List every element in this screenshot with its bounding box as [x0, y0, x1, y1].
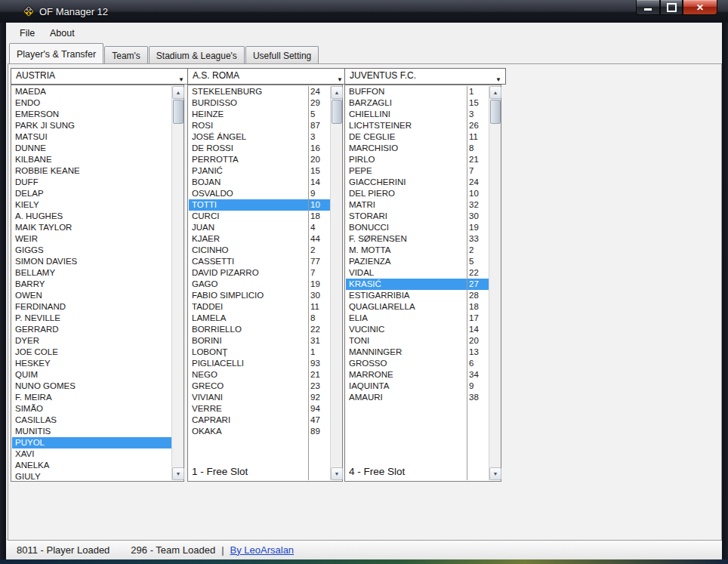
title-bar[interactable]: OF Manager 12 ✕: [0, 0, 728, 23]
player-row[interactable]: OWEN: [12, 290, 171, 301]
country-player-list[interactable]: MAEDAENDOEMERSONPARK JI SUNGMATSUIDUNNEK…: [11, 85, 184, 482]
country-select[interactable]: AUSTRIA ▼: [11, 68, 189, 85]
scroll-thumb[interactable]: [332, 100, 342, 124]
player-name: BONUCCI: [349, 223, 389, 232]
menu-about[interactable]: About: [45, 26, 79, 40]
player-number: 24: [464, 177, 487, 188]
player-row[interactable]: WEIR: [12, 233, 171, 245]
player-name: ELIA: [349, 313, 368, 322]
player-row[interactable]: XAVI: [12, 448, 171, 460]
player-number: 9: [306, 188, 329, 199]
number-column-divider: [467, 86, 467, 480]
player-name: DEL PIERO: [349, 189, 395, 198]
player-row[interactable]: BARRY: [12, 279, 171, 290]
team2-player-list[interactable]: BUFFON1BARZAGLI15CHIELLINI3LICHTSTEINER2…: [344, 85, 501, 482]
player-name: ANELKA: [15, 461, 49, 470]
team2-select-value: JUVENTUS F.C.: [350, 70, 416, 81]
player-name: NEGO: [192, 370, 217, 379]
minimize-button[interactable]: [636, 0, 660, 15]
team1-player-list[interactable]: STEKELENBURG24BURDISSO29HEINZE5ROSI87JOS…: [187, 85, 343, 482]
scroll-thumb[interactable]: [173, 100, 184, 124]
player-name: IAQUINTA: [349, 381, 389, 390]
player-row[interactable]: SIMÃO: [12, 403, 171, 415]
tab-teams[interactable]: Team's: [104, 46, 148, 63]
scroll-down-icon[interactable]: ▼: [172, 467, 184, 480]
player-row[interactable]: HESKEY: [12, 358, 171, 369]
player-row[interactable]: DUNNE: [12, 143, 171, 154]
player-number: 33: [464, 233, 487, 245]
player-name: KIELY: [15, 200, 39, 209]
tab-stadium-leagues[interactable]: Stadium & League's: [149, 46, 245, 63]
player-number: 3: [464, 109, 487, 120]
player-number: 93: [306, 358, 329, 369]
player-row[interactable]: KIELY: [12, 199, 171, 211]
menu-file[interactable]: File: [15, 26, 39, 40]
player-name: STEKELENBURG: [192, 87, 262, 96]
team2-select[interactable]: JUVENTUS F.C. ▼: [344, 68, 506, 85]
player-row[interactable]: BELLAMY: [12, 267, 171, 279]
credit-link[interactable]: By LeoArsalan: [230, 544, 295, 556]
player-number: 13: [464, 347, 487, 358]
player-row[interactable]: MATSUI: [12, 131, 171, 143]
tab-players-transfer[interactable]: Player's & Transfer: [9, 43, 103, 63]
tab-usefull-setting[interactable]: Usefull Setting: [245, 46, 319, 63]
player-row[interactable]: CASILLAS: [12, 415, 171, 426]
player-row[interactable]: GIGGS: [12, 245, 171, 256]
player-row[interactable]: GIULY: [12, 471, 171, 480]
player-name: ROBBIE KEANE: [15, 166, 80, 175]
country-list-scrollbar[interactable]: ▲ ▼: [171, 86, 184, 480]
player-number: 8: [306, 313, 329, 324]
close-button[interactable]: ✕: [683, 0, 717, 15]
player-row[interactable]: SIMON DAVIES: [12, 256, 171, 267]
player-row[interactable]: P. NEVILLE: [12, 313, 171, 324]
player-name: BARZAGLI: [349, 98, 392, 107]
player-name: DE ROSSI: [192, 143, 233, 153]
player-row[interactable]: DYER: [12, 335, 171, 347]
player-name: EMERSON: [15, 109, 59, 119]
player-row[interactable]: JOE COLE: [12, 347, 171, 358]
player-row[interactable]: MUNITIS: [12, 426, 171, 437]
team2-list-scrollbar[interactable]: ▲ ▼: [489, 86, 501, 480]
player-row[interactable]: ANELKA: [12, 460, 171, 471]
scroll-down-icon[interactable]: ▼: [489, 467, 501, 480]
player-row[interactable]: KILBANE: [12, 154, 171, 165]
scroll-up-icon[interactable]: ▲: [172, 86, 184, 99]
player-row[interactable]: ROBBIE KEANE: [12, 165, 171, 177]
client-area: File About Player's & Transfer Team's St…: [6, 23, 722, 559]
player-name: KILBANE: [15, 155, 52, 164]
player-name: A. HUGHES: [15, 211, 63, 220]
maximize-button[interactable]: [660, 0, 683, 15]
team1-list-scrollbar[interactable]: ▲ ▼: [330, 86, 342, 480]
minimize-icon: [644, 8, 652, 11]
player-name: JOSÉ ÁNGEL: [192, 132, 246, 141]
player-name: VERRE: [192, 404, 222, 413]
player-row[interactable]: PARK JI SUNG: [12, 120, 171, 131]
scroll-up-icon[interactable]: ▲: [331, 86, 343, 99]
scroll-thumb[interactable]: [490, 100, 501, 124]
player-row[interactable]: DELAP: [12, 188, 171, 199]
player-number: 14: [306, 177, 329, 188]
player-row[interactable]: QUIM: [12, 369, 171, 381]
player-row[interactable]: MAEDA: [12, 86, 171, 97]
team1-select[interactable]: A.S. ROMA ▼: [187, 68, 347, 85]
player-row[interactable]: NUNO GOMES: [12, 381, 171, 392]
player-row[interactable]: F. MEIRA: [12, 392, 171, 403]
player-row[interactable]: DUFF: [12, 177, 171, 188]
player-row[interactable]: A. HUGHES: [12, 211, 171, 222]
player-number: 29: [306, 97, 329, 109]
player-row[interactable]: PUYOL: [12, 437, 171, 448]
player-name: MAEDA: [15, 87, 46, 96]
player-number: 10: [464, 188, 487, 199]
player-row[interactable]: GERRARD: [12, 324, 171, 335]
scroll-up-icon[interactable]: ▲: [489, 86, 501, 99]
player-row[interactable]: FERDINAND: [12, 301, 171, 313]
player-number: 11: [306, 301, 329, 313]
menu-bar: File About: [6, 23, 722, 42]
player-number: 10: [306, 199, 329, 211]
player-number: 18: [306, 211, 329, 222]
player-row[interactable]: ENDO: [12, 97, 171, 109]
scroll-down-icon[interactable]: ▼: [331, 467, 343, 480]
player-number: 3: [306, 131, 329, 143]
player-row[interactable]: MAIK TAYLOR: [12, 222, 171, 233]
player-row[interactable]: EMERSON: [12, 109, 171, 120]
